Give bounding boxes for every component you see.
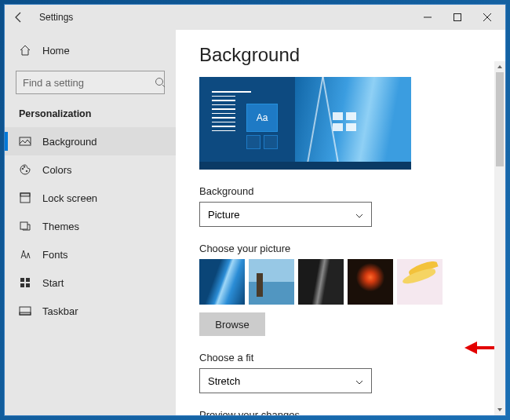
fit-dropdown[interactable]: Stretch (199, 368, 372, 393)
svg-rect-10 (26, 278, 30, 282)
sidebar-item-label: Fonts (42, 249, 68, 261)
scroll-thumb[interactable] (496, 72, 504, 166)
chevron-down-icon (355, 377, 363, 385)
palette-icon (19, 163, 31, 176)
search-box[interactable] (16, 71, 165, 94)
svg-rect-11 (20, 283, 24, 287)
sidebar-item-taskbar[interactable]: Taskbar (5, 297, 176, 325)
fonts-icon (19, 248, 31, 261)
choose-picture-label: Choose your picture (199, 243, 482, 254)
svg-point-5 (26, 170, 27, 172)
background-label: Background (199, 185, 482, 197)
settings-window: Settings Home Person (4, 4, 506, 416)
home-button[interactable]: Home (5, 36, 176, 64)
search-icon (155, 77, 166, 88)
svg-rect-14 (20, 312, 31, 315)
sidebar-item-colors[interactable]: Colors (5, 155, 176, 184)
sidebar-item-label: Taskbar (42, 305, 78, 317)
lockscreen-icon (19, 192, 31, 204)
picture-thumb-2[interactable] (249, 259, 294, 305)
svg-rect-9 (20, 278, 24, 282)
desktop-preview: Aa (199, 77, 411, 170)
page-title: Background (199, 44, 482, 66)
dropdown-value: Stretch (208, 375, 240, 387)
picture-thumbnails (199, 259, 482, 305)
window-title: Settings (39, 12, 73, 23)
themes-icon (19, 220, 31, 232)
svg-rect-0 (454, 14, 461, 21)
sidebar-item-start[interactable]: Start (5, 268, 176, 297)
sidebar-item-label: Background (42, 136, 97, 148)
sidebar-item-label: Themes (42, 221, 79, 232)
home-label: Home (42, 45, 70, 57)
scroll-down-button[interactable] (494, 404, 505, 415)
svg-rect-8 (20, 222, 27, 229)
window-body: Home Personalization Background Color (5, 30, 505, 415)
preview-sample-text: Aa (246, 104, 278, 132)
sidebar: Home Personalization Background Color (5, 30, 176, 415)
svg-rect-7 (20, 193, 30, 196)
minimize-button[interactable] (413, 6, 443, 28)
svg-rect-12 (26, 283, 30, 287)
back-button[interactable] (8, 6, 30, 28)
choose-fit-label: Choose a fit (199, 352, 482, 363)
desktop-backdrop: Settings Home Person (0, 0, 510, 420)
sidebar-item-label: Start (42, 277, 64, 289)
maximize-button[interactable] (443, 6, 472, 28)
sidebar-item-fonts[interactable]: Fonts (5, 240, 176, 268)
search-input[interactable] (23, 77, 155, 89)
sidebar-item-label: Lock screen (42, 192, 97, 204)
picture-thumb-1[interactable] (199, 259, 245, 305)
dropdown-value: Picture (208, 209, 239, 221)
vertical-scrollbar[interactable] (494, 61, 505, 415)
windows-logo-icon (333, 112, 356, 131)
content-area: Background Aa (176, 30, 505, 415)
taskbar-icon (19, 305, 31, 317)
picture-thumb-3[interactable] (298, 259, 344, 305)
svg-point-4 (24, 166, 25, 168)
start-icon (19, 276, 31, 289)
scroll-track[interactable] (494, 72, 505, 404)
svg-point-1 (156, 79, 163, 86)
close-button[interactable] (472, 6, 502, 28)
browse-button[interactable]: Browse (199, 312, 265, 336)
chevron-down-icon (355, 210, 363, 218)
sidebar-item-themes[interactable]: Themes (5, 212, 176, 240)
sidebar-item-background[interactable]: Background (5, 127, 176, 155)
picture-thumb-4[interactable] (348, 259, 393, 305)
category-header: Personalization (5, 104, 176, 127)
picture-thumb-5[interactable] (397, 259, 443, 305)
scroll-up-button[interactable] (494, 61, 505, 72)
preview-changes-label: Preview your changes (199, 409, 482, 415)
home-icon (19, 44, 31, 57)
sidebar-item-lockscreen[interactable]: Lock screen (5, 184, 176, 212)
sidebar-item-label: Colors (42, 164, 72, 176)
titlebar: Settings (5, 5, 505, 30)
picture-icon (19, 135, 31, 148)
background-dropdown[interactable]: Picture (199, 202, 372, 227)
svg-point-3 (22, 168, 24, 170)
